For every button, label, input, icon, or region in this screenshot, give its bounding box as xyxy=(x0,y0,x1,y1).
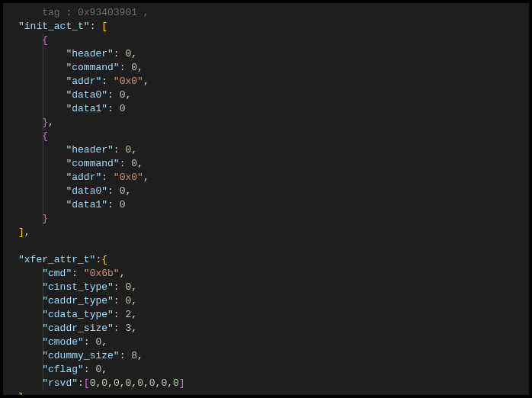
json-value: 0 xyxy=(131,62,137,73)
json-key: "cdummy_size" xyxy=(42,350,119,361)
code-line: "rsvd":[0,0,0,0,0,0,0,0] xyxy=(18,377,529,390)
code-line: "data1": 0 xyxy=(18,102,529,116)
code-line: }, xyxy=(18,390,529,396)
json-key: "cmode" xyxy=(42,336,84,348)
code-line: "data0": 0, xyxy=(18,88,529,102)
code-line: "cmd": "0x6b", xyxy=(18,267,529,281)
code-editor[interactable]: tag : 0x93403901 , "init_act_t": [ { "he… xyxy=(2,2,530,396)
code-line: "header": 0, xyxy=(18,143,529,157)
json-key: "data1" xyxy=(66,199,107,210)
json-value: 0 xyxy=(131,158,137,169)
json-key: "xfer_attr_t" xyxy=(18,254,95,265)
code-line: "command": 0, xyxy=(18,61,529,75)
json-value: "0x0" xyxy=(114,172,143,183)
code-line: "init_act_t": [ xyxy=(18,20,529,34)
json-key: "caddr_type" xyxy=(42,295,114,307)
json-key: "cdata_type" xyxy=(42,309,114,320)
code-line: "data0": 0, xyxy=(18,185,529,198)
code-line: tag : 0x93403901 , xyxy=(18,6,529,20)
json-key: "header" xyxy=(66,144,113,156)
code-line: "cflag": 0, xyxy=(18,363,529,377)
json-key: "rsvd" xyxy=(42,377,78,389)
code-line: "command": 0, xyxy=(18,157,529,171)
json-key: "command" xyxy=(66,158,119,169)
code-line: { xyxy=(18,130,529,143)
json-key: "command" xyxy=(66,62,119,73)
code-line: } xyxy=(18,212,529,226)
json-key: "addr" xyxy=(66,75,101,87)
code-line: "cmode": 0, xyxy=(18,335,529,349)
json-key: "addr" xyxy=(66,172,101,183)
truncated-text: tag : 0x93403901 , xyxy=(18,7,149,18)
json-value: "0x6b" xyxy=(84,268,120,279)
code-line: "cdata_type": 2, xyxy=(18,308,529,322)
code-line xyxy=(18,239,529,253)
code-line: "addr": "0x0", xyxy=(18,75,529,88)
json-key: "init_act_t" xyxy=(18,21,90,32)
json-key: "caddr_size" xyxy=(42,323,114,334)
code-line: "cdummy_size": 8, xyxy=(18,349,529,363)
code-line: { xyxy=(18,34,529,47)
code-line: "caddr_type": 0, xyxy=(18,294,529,308)
code-line: "header": 0, xyxy=(18,47,529,61)
json-key: "data1" xyxy=(66,103,107,114)
json-key: "data0" xyxy=(66,185,107,197)
code-line: "caddr_size": 3, xyxy=(18,322,529,335)
json-key: "data0" xyxy=(66,89,107,101)
json-key: "cmd" xyxy=(42,268,72,279)
code-line: }, xyxy=(18,116,529,130)
json-value: 0 xyxy=(120,103,126,114)
code-line: "cinst_type": 0, xyxy=(18,281,529,294)
json-value: 8 xyxy=(131,350,137,361)
code-line: "xfer_attr_t":{ xyxy=(18,253,529,267)
code-line: "data1": 0 xyxy=(18,198,529,212)
json-key: "cinst_type" xyxy=(42,281,114,293)
json-value: "0x0" xyxy=(114,75,143,87)
json-key: "cflag" xyxy=(42,364,84,375)
code-line: ], xyxy=(18,226,529,239)
json-value: 0 xyxy=(120,199,126,210)
code-line: "addr": "0x0", xyxy=(18,171,529,185)
json-key: "header" xyxy=(66,48,113,59)
